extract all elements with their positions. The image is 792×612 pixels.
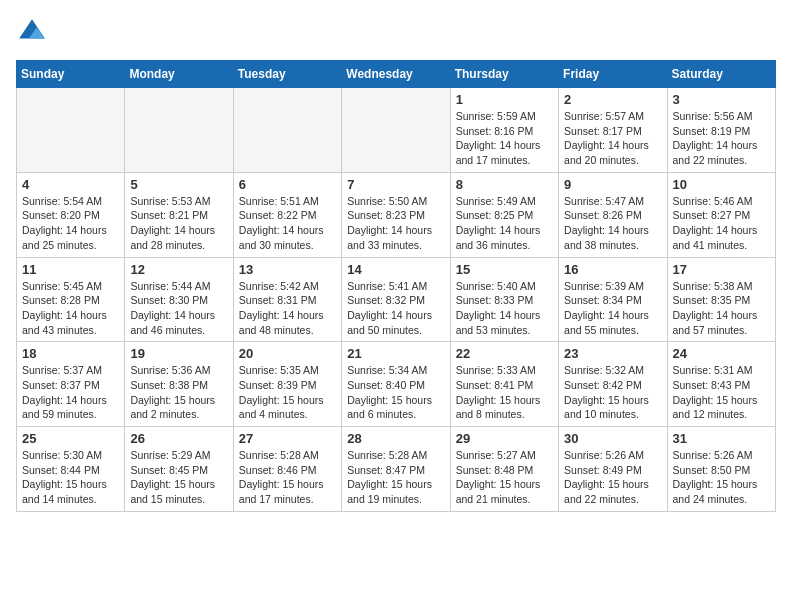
day-info: Sunrise: 5:33 AM Sunset: 8:41 PM Dayligh… [456, 363, 553, 422]
table-row: 3Sunrise: 5:56 AM Sunset: 8:19 PM Daylig… [667, 88, 775, 173]
day-info: Sunrise: 5:31 AM Sunset: 8:43 PM Dayligh… [673, 363, 770, 422]
day-number: 27 [239, 431, 336, 446]
day-info: Sunrise: 5:36 AM Sunset: 8:38 PM Dayligh… [130, 363, 227, 422]
day-info: Sunrise: 5:35 AM Sunset: 8:39 PM Dayligh… [239, 363, 336, 422]
day-info: Sunrise: 5:27 AM Sunset: 8:48 PM Dayligh… [456, 448, 553, 507]
header-thursday: Thursday [450, 61, 558, 88]
table-row [342, 88, 450, 173]
day-info: Sunrise: 5:38 AM Sunset: 8:35 PM Dayligh… [673, 279, 770, 338]
table-row: 30Sunrise: 5:26 AM Sunset: 8:49 PM Dayli… [559, 427, 667, 512]
table-row: 13Sunrise: 5:42 AM Sunset: 8:31 PM Dayli… [233, 257, 341, 342]
day-info: Sunrise: 5:26 AM Sunset: 8:50 PM Dayligh… [673, 448, 770, 507]
table-row: 6Sunrise: 5:51 AM Sunset: 8:22 PM Daylig… [233, 172, 341, 257]
page-header [16, 16, 776, 48]
day-number: 2 [564, 92, 661, 107]
table-row: 9Sunrise: 5:47 AM Sunset: 8:26 PM Daylig… [559, 172, 667, 257]
day-number: 6 [239, 177, 336, 192]
day-number: 28 [347, 431, 444, 446]
day-info: Sunrise: 5:34 AM Sunset: 8:40 PM Dayligh… [347, 363, 444, 422]
logo-icon [16, 16, 48, 48]
day-info: Sunrise: 5:30 AM Sunset: 8:44 PM Dayligh… [22, 448, 119, 507]
calendar-week-row: 1Sunrise: 5:59 AM Sunset: 8:16 PM Daylig… [17, 88, 776, 173]
table-row: 27Sunrise: 5:28 AM Sunset: 8:46 PM Dayli… [233, 427, 341, 512]
header-tuesday: Tuesday [233, 61, 341, 88]
header-saturday: Saturday [667, 61, 775, 88]
logo [16, 16, 52, 48]
day-info: Sunrise: 5:56 AM Sunset: 8:19 PM Dayligh… [673, 109, 770, 168]
day-number: 23 [564, 346, 661, 361]
table-row: 31Sunrise: 5:26 AM Sunset: 8:50 PM Dayli… [667, 427, 775, 512]
day-number: 17 [673, 262, 770, 277]
day-info: Sunrise: 5:49 AM Sunset: 8:25 PM Dayligh… [456, 194, 553, 253]
table-row: 26Sunrise: 5:29 AM Sunset: 8:45 PM Dayli… [125, 427, 233, 512]
table-row: 5Sunrise: 5:53 AM Sunset: 8:21 PM Daylig… [125, 172, 233, 257]
day-info: Sunrise: 5:42 AM Sunset: 8:31 PM Dayligh… [239, 279, 336, 338]
calendar-header-row: Sunday Monday Tuesday Wednesday Thursday… [17, 61, 776, 88]
day-info: Sunrise: 5:53 AM Sunset: 8:21 PM Dayligh… [130, 194, 227, 253]
calendar-week-row: 4Sunrise: 5:54 AM Sunset: 8:20 PM Daylig… [17, 172, 776, 257]
header-monday: Monday [125, 61, 233, 88]
header-sunday: Sunday [17, 61, 125, 88]
day-info: Sunrise: 5:57 AM Sunset: 8:17 PM Dayligh… [564, 109, 661, 168]
day-info: Sunrise: 5:50 AM Sunset: 8:23 PM Dayligh… [347, 194, 444, 253]
day-number: 3 [673, 92, 770, 107]
day-info: Sunrise: 5:39 AM Sunset: 8:34 PM Dayligh… [564, 279, 661, 338]
table-row: 4Sunrise: 5:54 AM Sunset: 8:20 PM Daylig… [17, 172, 125, 257]
day-info: Sunrise: 5:44 AM Sunset: 8:30 PM Dayligh… [130, 279, 227, 338]
day-number: 26 [130, 431, 227, 446]
day-number: 21 [347, 346, 444, 361]
day-info: Sunrise: 5:59 AM Sunset: 8:16 PM Dayligh… [456, 109, 553, 168]
table-row: 14Sunrise: 5:41 AM Sunset: 8:32 PM Dayli… [342, 257, 450, 342]
table-row: 15Sunrise: 5:40 AM Sunset: 8:33 PM Dayli… [450, 257, 558, 342]
table-row: 24Sunrise: 5:31 AM Sunset: 8:43 PM Dayli… [667, 342, 775, 427]
day-number: 11 [22, 262, 119, 277]
day-number: 12 [130, 262, 227, 277]
day-number: 7 [347, 177, 444, 192]
day-info: Sunrise: 5:29 AM Sunset: 8:45 PM Dayligh… [130, 448, 227, 507]
table-row: 19Sunrise: 5:36 AM Sunset: 8:38 PM Dayli… [125, 342, 233, 427]
day-number: 18 [22, 346, 119, 361]
day-info: Sunrise: 5:54 AM Sunset: 8:20 PM Dayligh… [22, 194, 119, 253]
table-row: 28Sunrise: 5:28 AM Sunset: 8:47 PM Dayli… [342, 427, 450, 512]
day-info: Sunrise: 5:28 AM Sunset: 8:47 PM Dayligh… [347, 448, 444, 507]
day-number: 24 [673, 346, 770, 361]
day-info: Sunrise: 5:28 AM Sunset: 8:46 PM Dayligh… [239, 448, 336, 507]
table-row: 1Sunrise: 5:59 AM Sunset: 8:16 PM Daylig… [450, 88, 558, 173]
day-number: 25 [22, 431, 119, 446]
table-row [233, 88, 341, 173]
day-number: 29 [456, 431, 553, 446]
table-row: 7Sunrise: 5:50 AM Sunset: 8:23 PM Daylig… [342, 172, 450, 257]
day-info: Sunrise: 5:26 AM Sunset: 8:49 PM Dayligh… [564, 448, 661, 507]
day-number: 14 [347, 262, 444, 277]
table-row: 21Sunrise: 5:34 AM Sunset: 8:40 PM Dayli… [342, 342, 450, 427]
header-wednesday: Wednesday [342, 61, 450, 88]
calendar-week-row: 18Sunrise: 5:37 AM Sunset: 8:37 PM Dayli… [17, 342, 776, 427]
table-row: 25Sunrise: 5:30 AM Sunset: 8:44 PM Dayli… [17, 427, 125, 512]
day-number: 22 [456, 346, 553, 361]
table-row: 18Sunrise: 5:37 AM Sunset: 8:37 PM Dayli… [17, 342, 125, 427]
day-info: Sunrise: 5:46 AM Sunset: 8:27 PM Dayligh… [673, 194, 770, 253]
day-info: Sunrise: 5:32 AM Sunset: 8:42 PM Dayligh… [564, 363, 661, 422]
header-friday: Friday [559, 61, 667, 88]
day-number: 4 [22, 177, 119, 192]
table-row [17, 88, 125, 173]
table-row [125, 88, 233, 173]
day-number: 10 [673, 177, 770, 192]
day-number: 13 [239, 262, 336, 277]
table-row: 12Sunrise: 5:44 AM Sunset: 8:30 PM Dayli… [125, 257, 233, 342]
day-info: Sunrise: 5:37 AM Sunset: 8:37 PM Dayligh… [22, 363, 119, 422]
table-row: 16Sunrise: 5:39 AM Sunset: 8:34 PM Dayli… [559, 257, 667, 342]
day-number: 5 [130, 177, 227, 192]
day-number: 19 [130, 346, 227, 361]
table-row: 22Sunrise: 5:33 AM Sunset: 8:41 PM Dayli… [450, 342, 558, 427]
day-number: 1 [456, 92, 553, 107]
day-info: Sunrise: 5:47 AM Sunset: 8:26 PM Dayligh… [564, 194, 661, 253]
table-row: 10Sunrise: 5:46 AM Sunset: 8:27 PM Dayli… [667, 172, 775, 257]
table-row: 23Sunrise: 5:32 AM Sunset: 8:42 PM Dayli… [559, 342, 667, 427]
day-info: Sunrise: 5:51 AM Sunset: 8:22 PM Dayligh… [239, 194, 336, 253]
table-row: 2Sunrise: 5:57 AM Sunset: 8:17 PM Daylig… [559, 88, 667, 173]
day-number: 16 [564, 262, 661, 277]
table-row: 20Sunrise: 5:35 AM Sunset: 8:39 PM Dayli… [233, 342, 341, 427]
calendar-week-row: 25Sunrise: 5:30 AM Sunset: 8:44 PM Dayli… [17, 427, 776, 512]
day-info: Sunrise: 5:41 AM Sunset: 8:32 PM Dayligh… [347, 279, 444, 338]
